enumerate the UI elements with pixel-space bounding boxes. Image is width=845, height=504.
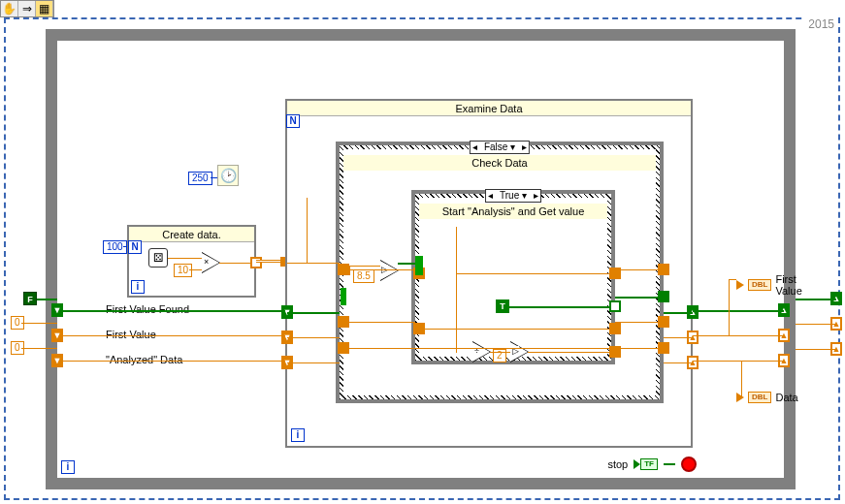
wire: [528, 352, 611, 353]
wire: [664, 312, 693, 314]
wire: [615, 322, 664, 323]
wire: [419, 329, 611, 330]
wire: [615, 269, 664, 270]
data-indicator[interactable]: DBL Data: [736, 392, 798, 403]
label-first-value-found: First Value Found: [106, 303, 189, 315]
stop-area: stop TF: [607, 457, 697, 472]
while-sr-left-bool[interactable]: ▼: [51, 303, 63, 317]
wire: [693, 335, 784, 336]
multiply-label: ×: [204, 257, 209, 267]
while-i-terminal[interactable]: i: [61, 460, 75, 474]
wire: [211, 177, 217, 178]
start-analysis-case[interactable]: True ▾ Start "Analysis" and Get value T …: [411, 190, 615, 364]
wire: [21, 348, 57, 349]
toolbar: ✋ ⇒ ▦: [0, 0, 54, 17]
wire: [343, 348, 664, 349]
check-case-cond-terminal[interactable]: [341, 288, 346, 305]
start-left-tunnel-2[interactable]: [413, 323, 425, 334]
examine-i-terminal[interactable]: i: [291, 428, 305, 442]
wire: [796, 349, 836, 350]
wire: [343, 269, 415, 270]
start-tunnel-bool[interactable]: [609, 300, 621, 312]
highlight-exec-button[interactable]: ▦: [36, 1, 53, 16]
create-count-100[interactable]: 100: [103, 240, 127, 254]
label-first-value: First Value: [106, 329, 156, 340]
wait-ms-timer-icon[interactable]: [217, 165, 239, 186]
wire: [189, 269, 202, 270]
wire: [796, 299, 836, 300]
mult-constant-10[interactable]: 10: [174, 264, 192, 277]
wire: [21, 323, 57, 324]
indicator-arrow-icon: [736, 280, 744, 290]
main-while-loop[interactable]: i 250 Create data. N i ⚄ 10 × 100 Examin…: [46, 29, 796, 489]
check-right-tunnel-3[interactable]: [658, 342, 669, 354]
wire: [456, 227, 457, 353]
wire: [490, 352, 510, 353]
wire: [307, 198, 308, 264]
while-sr-left-fv[interactable]: ▼: [51, 329, 63, 342]
examine-data-for-loop[interactable]: Examine Data N i False ▾ Check Data True…: [285, 99, 693, 448]
false-constant[interactable]: F: [23, 292, 37, 305]
wire: [796, 324, 836, 325]
check-case-selector[interactable]: False ▾: [470, 141, 530, 154]
start-tunnel-2[interactable]: [609, 323, 621, 334]
check-data-case[interactable]: False ▾ Check Data True ▾ Start "Analysi…: [336, 142, 664, 403]
create-output-tunnel[interactable]: [250, 257, 262, 268]
while-sr-left-ad[interactable]: ▼: [51, 354, 63, 367]
wire: [57, 361, 285, 362]
wire: [615, 297, 664, 299]
wire: [123, 246, 127, 247]
stop-tf-box[interactable]: TF: [640, 458, 658, 470]
wire: [456, 273, 611, 274]
first-value-label: First Value: [775, 273, 801, 297]
random-number-node[interactable]: ⚄: [148, 248, 168, 268]
compare-const-85[interactable]: 8.5: [353, 269, 374, 283]
create-data-title: Create data.: [129, 227, 254, 242]
pan-tool-button[interactable]: ✋: [1, 1, 18, 16]
wire: [287, 337, 340, 338]
dbl-badge: DBL: [748, 392, 771, 403]
wire: [37, 299, 57, 300]
indicator-arrow-icon: [736, 393, 744, 402]
examine-title: Examine Data: [287, 101, 691, 116]
check-case-title: Check Data: [343, 155, 656, 171]
wire: [287, 362, 340, 363]
check-case-inner: False ▾ Check Data True ▾ Start "Analysi…: [343, 149, 656, 395]
wire: [349, 266, 380, 267]
stop-label: stop: [607, 458, 628, 470]
wire: [349, 266, 350, 275]
arrow-tool-button[interactable]: ⇒: [18, 1, 36, 16]
create-i-terminal[interactable]: i: [131, 280, 145, 294]
stop-terminal-icon[interactable]: [681, 457, 697, 472]
wait-ms-constant[interactable]: 250: [188, 172, 212, 185]
wire: [693, 310, 784, 312]
wire: [664, 337, 693, 338]
wire-bool: [398, 263, 415, 265]
wire: [57, 310, 285, 312]
wire: [168, 258, 202, 259]
wire: [693, 361, 784, 362]
wire-bool: [509, 306, 611, 308]
stop-arrow-icon: [634, 459, 640, 469]
wire: [343, 322, 415, 323]
label-analyzed-data: "Analyzed" Data: [106, 354, 182, 365]
examine-n-terminal[interactable]: N: [286, 114, 300, 128]
wire: [57, 335, 285, 336]
create-data-for-loop[interactable]: Create data. N i ⚄ 10 ×: [127, 225, 256, 298]
start-case-inner: True ▾ Start "Analysis" and Get value T …: [419, 198, 607, 357]
wire: [287, 263, 340, 264]
wire: [287, 312, 340, 314]
create-n-terminal[interactable]: N: [128, 240, 142, 254]
wire: [729, 279, 736, 280]
dbl-badge: DBL: [748, 279, 771, 291]
first-value-indicator[interactable]: DBL First Value: [736, 273, 802, 297]
start-case-title: Start "Analysis" and Get value: [419, 204, 607, 219]
start-case-selector[interactable]: True ▾: [485, 189, 541, 203]
year-tag: 2015: [804, 17, 838, 31]
start-case-cond-terminal[interactable]: [415, 256, 423, 275]
wire: [664, 463, 675, 465]
wire: [664, 362, 693, 363]
data-label: Data: [775, 392, 797, 403]
true-constant[interactable]: T: [496, 299, 509, 313]
wire: [729, 279, 730, 335]
